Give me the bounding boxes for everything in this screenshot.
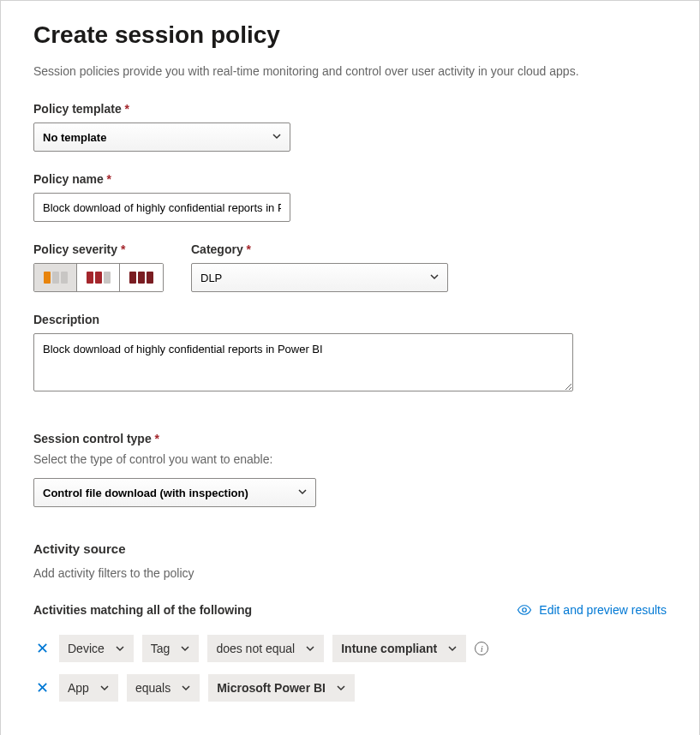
chevron-down-icon — [305, 643, 315, 654]
chevron-down-icon — [447, 643, 458, 654]
severity-medium-button[interactable] — [77, 264, 120, 291]
severity-low-button[interactable] — [34, 264, 77, 291]
filter-field-select[interactable]: Device — [59, 635, 134, 662]
severity-label: Policy severity * — [33, 242, 164, 256]
page-subtitle: Session policies provide you with real-t… — [33, 64, 667, 78]
filter-row: ✕ App equals Microsoft Power BI — [33, 674, 667, 702]
activity-source-helper: Add activity filters to the policy — [33, 566, 667, 580]
chevron-down-icon — [180, 643, 190, 654]
policy-name-label: Policy name * — [33, 172, 667, 186]
category-select[interactable]: DLP — [191, 263, 448, 292]
activities-matching-label: Activities matching all of the following — [33, 603, 252, 617]
category-label: Category * — [191, 242, 448, 256]
info-icon[interactable]: i — [475, 642, 488, 655]
chevron-down-icon — [336, 683, 346, 693]
policy-template-select[interactable]: No template — [33, 122, 290, 152]
remove-filter-icon[interactable]: ✕ — [33, 639, 51, 658]
activity-source-heading: Activity source — [33, 541, 667, 556]
chevron-down-icon — [115, 643, 125, 654]
page-title: Create session policy — [33, 21, 667, 49]
description-label: Description — [33, 313, 667, 326]
filter-subfield-select[interactable]: Tag — [142, 635, 200, 662]
eye-icon — [517, 602, 532, 618]
filter-row: ✕ Device Tag does not equal Intune compl… — [33, 635, 667, 662]
chevron-down-icon — [99, 683, 110, 693]
filter-operator-select[interactable]: does not equal — [207, 635, 324, 662]
severity-toggle-group — [33, 263, 164, 292]
chevron-down-icon — [181, 683, 191, 693]
session-control-label: Session control type * — [33, 432, 667, 445]
svg-point-0 — [523, 608, 527, 612]
description-textarea[interactable]: Block download of highly confidential re… — [33, 333, 573, 391]
filter-operator-select[interactable]: equals — [127, 674, 200, 702]
policy-name-input[interactable] — [33, 193, 290, 222]
session-control-select[interactable]: Control file download (with inspection) — [33, 478, 316, 507]
filter-field-select[interactable]: App — [59, 674, 118, 702]
session-control-helper: Select the type of control you want to e… — [33, 452, 667, 466]
remove-filter-icon[interactable]: ✕ — [33, 678, 51, 697]
filter-value-select[interactable]: Intune compliant — [332, 635, 466, 662]
edit-preview-link[interactable]: Edit and preview results — [517, 602, 667, 618]
severity-high-button[interactable] — [120, 264, 163, 291]
policy-template-label: Policy template * — [33, 102, 667, 116]
filter-value-select[interactable]: Microsoft Power BI — [208, 674, 355, 702]
